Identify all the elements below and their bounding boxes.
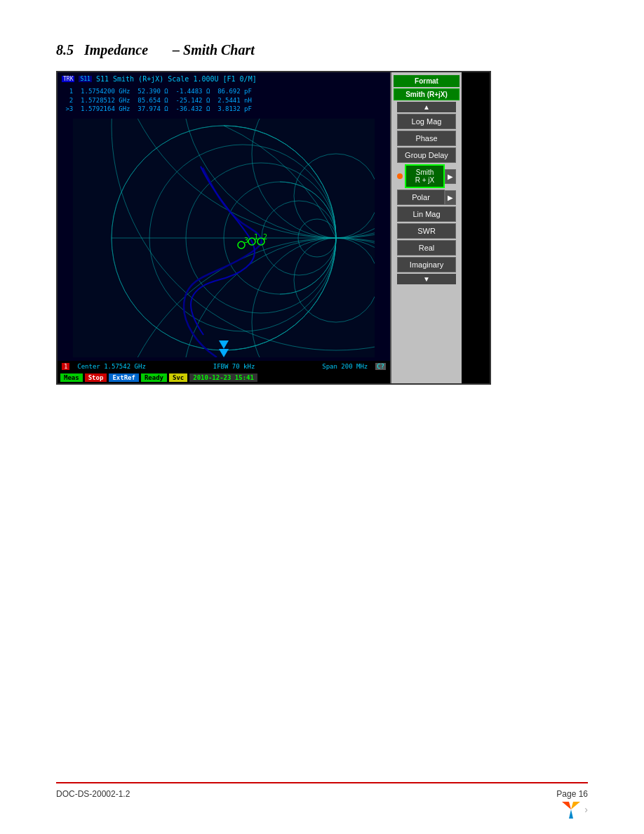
smith-radio-dot (397, 173, 403, 179)
smith-chart-svg: 1 2 3 (73, 119, 375, 357)
trk-badge: TRK (62, 76, 74, 82)
chart-span: Span 200 MHz C? (322, 363, 386, 370)
marker-row-2: 2 1.5728512 GHz 85.654 Ω -25.142 Ω 2.544… (62, 96, 386, 105)
footer-text: DOC-DS-20002-1.2 Page 16 (56, 789, 588, 799)
section-heading: 8.5 Impedance – Smith Chart (56, 42, 588, 58)
smith-r-plus-jx-row: SmithR + jX ▶ (397, 164, 457, 188)
section-title: Impedance (84, 42, 148, 58)
real-btn[interactable]: Real (397, 240, 457, 256)
polar-submenu-arrow[interactable]: ▶ (445, 190, 456, 205)
chart-footer: 1 Center 1.57542 GHz IFBW 70 kHz Span 20… (58, 361, 390, 372)
marker-2-label: 2 (263, 233, 267, 241)
swr-btn[interactable]: SWR (397, 223, 457, 239)
s11-badge: S11 (79, 76, 91, 82)
marker-row-1: 1 1.5754200 GHz 52.390 Ω -1.4483 Ω 86.69… (62, 87, 386, 96)
chart-center-freq: 1 Center 1.57542 GHz (62, 363, 146, 370)
panel-down-arrow[interactable]: ▼ (397, 274, 457, 284)
section-subtitle: – Smith Chart (173, 42, 255, 58)
polar-btn[interactable]: Polar (397, 190, 445, 205)
panel-up-arrow[interactable]: ▲ (397, 102, 457, 112)
ready-btn[interactable]: Ready (141, 373, 167, 382)
svg-marker-18 (562, 802, 571, 809)
page-footer: DOC-DS-20002-1.2 Page 16 (0, 782, 644, 799)
status-bar: Meas Stop ExtRef Ready Svc 2010-12-23 15… (58, 372, 390, 383)
section-number: 8.5 (56, 42, 74, 58)
chart-title-text: S11 Smith (R+jX) Scale 1.000U [F1 0/M] (96, 75, 257, 83)
chart-header: TRK S11 S11 Smith (R+jX) Scale 1.000U [F… (58, 72, 390, 86)
nav-next-arrow[interactable]: › (584, 804, 588, 815)
log-mag-btn[interactable]: Log Mag (397, 114, 457, 129)
doc-id: DOC-DS-20002-1.2 (56, 789, 130, 799)
group-delay-btn[interactable]: Group Delay (397, 147, 457, 163)
format-active-display: Smith (R+jX) (394, 88, 459, 100)
extref-btn[interactable]: ExtRef (109, 373, 139, 382)
phase-btn[interactable]: Phase (397, 131, 457, 146)
chart-marker-info: 1 1.5754200 GHz 52.390 Ω -1.4483 Ω 86.69… (58, 86, 390, 115)
marker-row-3: >3 1.5792164 GHz 37.974 Ω -36.432 Ω 3.81… (62, 105, 386, 114)
imaginary-btn[interactable]: Imaginary (397, 257, 457, 272)
chart-ifbw: IFBW 70 kHz (213, 363, 255, 370)
page-number: Page 16 (556, 789, 588, 799)
format-label: Format (394, 75, 459, 87)
svg-marker-19 (571, 802, 580, 809)
main-ui-container: TRK S11 S11 Smith (R+jX) Scale 1.000U [F… (56, 71, 491, 385)
svg-marker-20 (569, 809, 573, 819)
polar-row: Polar ▶ (397, 190, 457, 205)
meas-btn[interactable]: Meas (60, 373, 83, 382)
footer-line (56, 782, 588, 783)
right-panel: Format Smith (R+jX) ▲ Log Mag Phase Grou… (391, 72, 462, 383)
lin-mag-btn[interactable]: Lin Mag (397, 206, 457, 222)
company-logo (561, 799, 582, 820)
logo-area: › (561, 799, 588, 820)
chart-area: TRK S11 S11 Smith (R+jX) Scale 1.000U [F… (58, 72, 391, 383)
smith-r-plus-jx-btn[interactable]: SmithR + jX (405, 164, 445, 188)
svc-btn[interactable]: Svc (169, 373, 187, 382)
smith-chart-display: 1 2 3 (58, 115, 390, 361)
datetime-label: 2010-12-23 15:41 (189, 373, 257, 382)
stop-btn[interactable]: Stop (85, 373, 107, 382)
smith-submenu-arrow[interactable]: ▶ (445, 169, 456, 184)
marker-3-label: 3 (244, 237, 248, 244)
